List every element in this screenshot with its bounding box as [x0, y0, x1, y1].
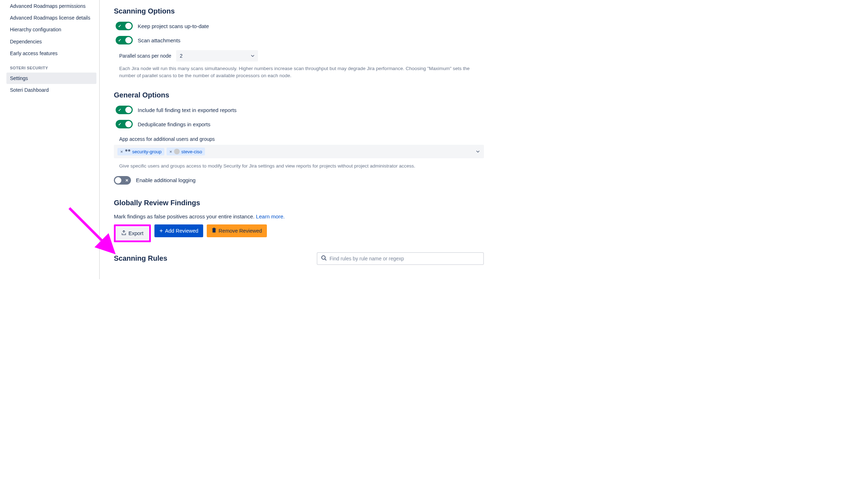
group-icon — [125, 149, 131, 154]
parallel-scans-help: Each Jira node will run this many scans … — [114, 65, 484, 79]
remove-tag-icon[interactable]: × — [169, 149, 172, 154]
parallel-scans-select[interactable]: 2 — [176, 50, 258, 62]
main-content: Scanning Options ✓ Keep project scans up… — [100, 0, 498, 279]
remove-reviewed-label: Remove Reviewed — [218, 228, 262, 234]
toggle-scan-attachments[interactable]: ✓ — [116, 36, 133, 44]
sidebar-item-settings[interactable]: Settings — [6, 73, 96, 84]
export-button[interactable]: Export — [116, 227, 148, 240]
access-tag-group[interactable]: × security-group — [117, 148, 164, 155]
add-reviewed-label: Add Reviewed — [165, 228, 199, 234]
label-keep-uptodate: Keep project scans up-to-date — [138, 23, 209, 29]
rules-search-box[interactable] — [317, 252, 484, 265]
search-icon — [321, 255, 327, 262]
x-icon: ✕ — [125, 178, 128, 182]
annotation-highlight: Export — [114, 224, 151, 242]
parallel-scans-label: Parallel scans per node — [119, 53, 171, 59]
chevron-down-icon — [251, 53, 254, 59]
toggle-logging[interactable]: ✕ — [114, 176, 131, 185]
sidebar: Advanced Roadmaps permissions Advanced R… — [0, 0, 100, 279]
toggle-keep-uptodate[interactable]: ✓ — [116, 22, 133, 30]
scanning-options-heading: Scanning Options — [114, 7, 484, 15]
rules-search-input[interactable] — [330, 256, 480, 261]
add-reviewed-button[interactable]: + Add Reviewed — [154, 224, 203, 237]
check-icon: ✓ — [118, 122, 121, 126]
plus-icon: + — [159, 227, 163, 234]
tag-label: security-group — [132, 149, 162, 154]
label-logging: Enable additional logging — [136, 177, 196, 183]
sidebar-item-hierarchy[interactable]: Hierarchy configuration — [6, 24, 96, 35]
export-label: Export — [128, 230, 143, 236]
sidebar-item-ar-license[interactable]: Advanced Roadmaps license details — [6, 12, 96, 23]
access-help: Give specific users and groups access to… — [114, 163, 484, 170]
chevron-down-icon — [476, 149, 480, 154]
svg-line-1 — [325, 259, 326, 260]
general-options-heading: General Options — [114, 91, 484, 99]
avatar-icon — [174, 149, 180, 154]
sidebar-section-heading: SOTERI SECURITY — [6, 59, 96, 72]
toggle-full-text[interactable]: ✓ — [116, 106, 133, 114]
access-tags-field[interactable]: × security-group × steve-ciso — [114, 145, 484, 158]
remove-reviewed-button[interactable]: Remove Reviewed — [207, 224, 267, 237]
access-tag-user[interactable]: × steve-ciso — [167, 148, 205, 155]
sidebar-item-dashboard[interactable]: Soteri Dashboard — [6, 84, 96, 96]
review-findings-heading: Globally Review Findings — [114, 199, 484, 207]
check-icon: ✓ — [118, 108, 121, 112]
check-icon: ✓ — [118, 24, 121, 28]
toggle-dedup[interactable]: ✓ — [116, 120, 133, 128]
export-icon — [121, 230, 126, 236]
svg-point-0 — [322, 256, 325, 259]
label-dedup: Deduplicate findings in exports — [138, 121, 210, 127]
sidebar-item-early-access[interactable]: Early access features — [6, 48, 96, 59]
remove-tag-icon[interactable]: × — [120, 149, 123, 154]
sidebar-item-ar-permissions[interactable]: Advanced Roadmaps permissions — [6, 0, 96, 12]
access-label: App access for additional users and grou… — [119, 136, 484, 142]
label-scan-attachments: Scan attachments — [138, 37, 180, 43]
sidebar-item-dependencies[interactable]: Dependencies — [6, 36, 96, 47]
check-icon: ✓ — [118, 38, 121, 42]
trash-icon — [212, 228, 216, 234]
tag-label: steve-ciso — [181, 149, 202, 154]
parallel-scans-value: 2 — [180, 53, 183, 59]
review-findings-subtext: Mark findings as false positives across … — [114, 213, 484, 219]
scanning-rules-heading: Scanning Rules — [114, 254, 167, 262]
label-full-text: Include full finding text in exported re… — [138, 107, 237, 113]
learn-more-link[interactable]: Learn more. — [256, 213, 285, 219]
